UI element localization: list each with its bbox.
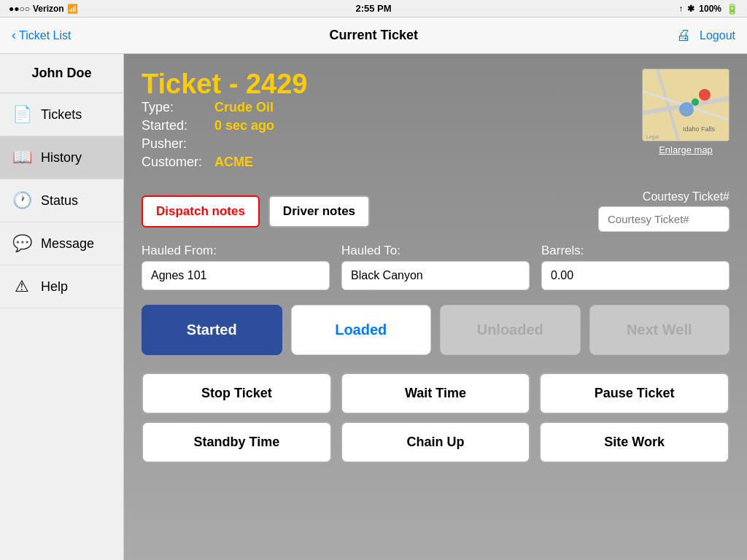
courtesy-group: Courtesy Ticket# bbox=[598, 190, 729, 232]
chevron-left-icon: ‹ bbox=[12, 28, 16, 43]
svg-point-6 bbox=[692, 98, 699, 106]
wifi-icon: 📶 bbox=[67, 4, 78, 14]
notes-row: Dispatch notes Driver notes Courtesy Tic… bbox=[142, 190, 729, 232]
hauled-to-group: Hauled To: bbox=[341, 244, 530, 290]
status-left: ●●○○ Verizon 📶 bbox=[9, 4, 78, 14]
print-icon[interactable]: 🖨 bbox=[676, 27, 691, 44]
carrier-label: Verizon bbox=[33, 4, 64, 14]
status-bar: ●●○○ Verizon 📶 2:55 PM ↑ ✱ 100% 🔋 bbox=[0, 0, 747, 18]
started-row: Started: 0 sec ago bbox=[142, 118, 307, 133]
sidebar-item-status[interactable]: 🕐 Status bbox=[0, 179, 123, 222]
nav-right-actions: 🖨 Logout bbox=[676, 27, 735, 44]
status-icon: 🕐 bbox=[12, 191, 32, 210]
svg-text:Idaho Falls: Idaho Falls bbox=[683, 125, 716, 133]
hauled-to-label: Hauled To: bbox=[341, 244, 530, 258]
type-row: Type: Crude Oil bbox=[142, 100, 307, 115]
ticket-info: Type: Crude Oil Started: 0 sec ago Pushe… bbox=[142, 100, 307, 170]
back-label: Ticket List bbox=[19, 29, 71, 42]
enlarge-map-button[interactable]: Enlarge map bbox=[642, 144, 729, 155]
hauled-to-input[interactable] bbox=[341, 261, 530, 290]
wait-time-button[interactable]: Wait Time bbox=[341, 373, 531, 414]
dispatch-notes-button[interactable]: Dispatch notes bbox=[142, 195, 260, 228]
help-icon: ⚠ bbox=[12, 277, 32, 296]
bluetooth-icon: ✱ bbox=[687, 4, 694, 14]
battery-icon: 🔋 bbox=[726, 3, 738, 15]
pause-ticket-button[interactable]: Pause Ticket bbox=[539, 373, 729, 414]
standby-time-button[interactable]: Standby Time bbox=[142, 421, 332, 463]
main-layout: John Doe 📄 Tickets 📖 History 🕐 Status 💬 … bbox=[0, 54, 747, 560]
next-well-button[interactable]: Next Well bbox=[589, 305, 730, 355]
sidebar-item-help[interactable]: ⚠ Help bbox=[0, 265, 123, 308]
barrels-group: Barrels: bbox=[541, 244, 729, 290]
customer-label: Customer: bbox=[142, 155, 214, 170]
stop-ticket-button[interactable]: Stop Ticket bbox=[142, 373, 332, 414]
svg-point-5 bbox=[699, 89, 711, 101]
pusher-row: Pusher: bbox=[142, 136, 307, 152]
map-box: Idaho Falls Legal Enlarge map bbox=[642, 69, 729, 155]
loaded-button[interactable]: Loaded bbox=[291, 305, 432, 355]
unloaded-button[interactable]: Unloaded bbox=[440, 305, 581, 355]
sidebar-item-tickets[interactable]: 📄 Tickets bbox=[0, 93, 123, 136]
sidebar-item-label: Message bbox=[41, 236, 94, 252]
ticket-number: 2429 bbox=[246, 69, 308, 99]
barrels-input[interactable] bbox=[541, 261, 729, 290]
map-image: Idaho Falls Legal bbox=[642, 69, 729, 141]
svg-point-4 bbox=[679, 102, 694, 117]
status-buttons: Started Loaded Unloaded Next Well bbox=[142, 305, 729, 355]
hauled-row: Hauled From: Hauled To: Barrels: bbox=[142, 244, 729, 290]
battery-percent: 100% bbox=[699, 4, 721, 14]
signal-dots: ●●○○ bbox=[9, 4, 30, 14]
barrels-label: Barrels: bbox=[541, 244, 729, 258]
hauled-from-group: Hauled From: bbox=[142, 244, 330, 290]
message-icon: 💬 bbox=[12, 234, 32, 253]
status-right: ↑ ✱ 100% 🔋 bbox=[678, 3, 738, 15]
sidebar-item-label: Tickets bbox=[41, 107, 82, 122]
hauled-from-input[interactable] bbox=[142, 261, 330, 290]
logout-button[interactable]: Logout bbox=[700, 29, 735, 42]
sidebar-item-label: Status bbox=[41, 193, 78, 209]
driver-notes-button[interactable]: Driver notes bbox=[268, 195, 370, 228]
pusher-label: Pusher: bbox=[142, 136, 214, 152]
sidebar-item-history[interactable]: 📖 History bbox=[0, 136, 123, 179]
type-value: Crude Oil bbox=[214, 100, 274, 115]
ticket-content: Ticket - 2429 Type: Crude Oil Started: 0… bbox=[124, 54, 747, 560]
nav-title: Current Ticket bbox=[329, 28, 418, 43]
action-row-1: Stop Ticket Wait Time Pause Ticket bbox=[142, 373, 729, 414]
svg-text:Legal: Legal bbox=[646, 134, 659, 140]
sidebar-username: John Doe bbox=[0, 54, 123, 93]
chain-up-button[interactable]: Chain Up bbox=[341, 421, 531, 463]
action-row-2: Standby Time Chain Up Site Work bbox=[142, 421, 729, 463]
sidebar-item-label: Help bbox=[41, 279, 68, 295]
history-icon: 📖 bbox=[12, 148, 32, 167]
started-value: 0 sec ago bbox=[214, 118, 274, 133]
ticket-title-text: Ticket - 2429 bbox=[142, 69, 307, 100]
time-display: 2:55 PM bbox=[355, 3, 391, 14]
sidebar-item-message[interactable]: 💬 Message bbox=[0, 222, 123, 265]
back-button[interactable]: ‹ Ticket List bbox=[12, 28, 71, 43]
nav-bar: ‹ Ticket List Current Ticket 🖨 Logout bbox=[0, 18, 747, 54]
customer-value: ACME bbox=[214, 155, 253, 170]
tickets-icon: 📄 bbox=[12, 105, 32, 124]
courtesy-label: Courtesy Ticket# bbox=[643, 190, 729, 203]
sidebar: John Doe 📄 Tickets 📖 History 🕐 Status 💬 … bbox=[0, 54, 124, 560]
site-work-button[interactable]: Site Work bbox=[539, 421, 729, 463]
ticket-prefix: Ticket - bbox=[142, 69, 246, 99]
courtesy-ticket-input[interactable] bbox=[598, 206, 729, 232]
customer-row: Customer: ACME bbox=[142, 155, 307, 170]
action-buttons: Stop Ticket Wait Time Pause Ticket Stand… bbox=[142, 373, 729, 463]
sidebar-item-label: History bbox=[41, 150, 82, 166]
ticket-title: Ticket - 2429 Type: Crude Oil Started: 0… bbox=[142, 69, 307, 179]
started-label: Started: bbox=[142, 118, 214, 133]
location-icon: ↑ bbox=[678, 4, 683, 14]
hauled-from-label: Hauled From: bbox=[142, 244, 330, 258]
ticket-header: Ticket - 2429 Type: Crude Oil Started: 0… bbox=[142, 69, 729, 179]
type-label: Type: bbox=[142, 100, 214, 115]
started-button[interactable]: Started bbox=[142, 305, 282, 355]
